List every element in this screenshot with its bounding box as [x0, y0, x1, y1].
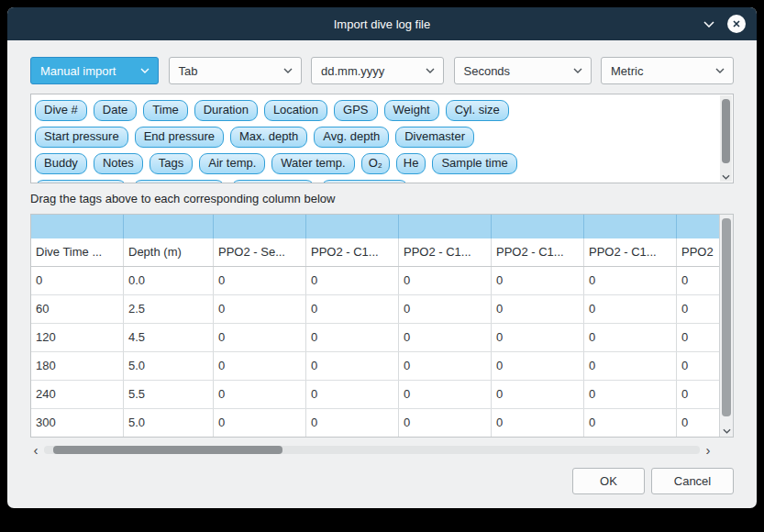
close-icon[interactable]	[727, 15, 746, 33]
scrollbar-handle[interactable]	[53, 446, 282, 454]
table-horizontal-scrollbar[interactable]: ‹ ›	[30, 443, 714, 457]
drag-tag[interactable]: Sample depth	[35, 180, 127, 183]
import-dialog: Import dive log file Manual import Tab d…	[7, 7, 757, 508]
drop-target-cell[interactable]	[306, 215, 399, 238]
field-separator-combo[interactable]: Tab	[169, 57, 302, 84]
table-cell: 0	[306, 295, 399, 323]
scrollbar-handle[interactable]	[722, 99, 730, 163]
table-cell: 0	[306, 267, 399, 294]
drag-tag[interactable]: Sample time	[432, 153, 516, 174]
ok-button[interactable]: OK	[572, 468, 645, 494]
drag-tag[interactable]: End pressure	[135, 127, 224, 148]
drop-target-cell[interactable]	[677, 215, 720, 238]
drag-tag[interactable]: Date	[94, 100, 137, 121]
instruction-text: Drag the tags above to each correspondin…	[30, 192, 734, 206]
drag-tag[interactable]: Max. depth	[230, 127, 307, 148]
column-header: PPO2 - C1...	[584, 238, 677, 266]
combo-value: Seconds	[464, 64, 511, 78]
drag-tag[interactable]: O₂	[361, 153, 390, 174]
table-cell: 0	[306, 381, 399, 408]
drop-target-cell[interactable]	[214, 215, 306, 238]
table-cell: 0	[677, 267, 720, 294]
drag-tag[interactable]: Location	[264, 100, 327, 121]
table-row: 0 0.0 0 0 0 0 0 0	[31, 267, 720, 295]
drag-tag[interactable]: Duration	[194, 100, 258, 121]
table-header-row: Dive Time ... Depth (m) PPO2 - Se... PPO…	[31, 238, 720, 267]
drag-tag[interactable]: Cyl. size	[446, 100, 509, 121]
table-cell: 0	[31, 267, 124, 294]
drag-tag[interactable]: Tags	[149, 153, 193, 174]
table-cell: 0	[399, 267, 492, 294]
scroll-right-icon[interactable]: ›	[703, 444, 714, 457]
hscroll-track[interactable]	[44, 446, 700, 454]
table-cell: 0	[214, 381, 306, 408]
drop-target-cell[interactable]	[584, 215, 677, 238]
units-combo[interactable]: Metric	[601, 57, 734, 84]
table-cell: 2.5	[124, 295, 214, 323]
drop-target-cell[interactable]	[399, 215, 492, 238]
drag-tag[interactable]: Sample temp.	[133, 180, 225, 183]
drag-tag[interactable]: Buddy	[35, 153, 87, 174]
combo-value: Metric	[611, 64, 643, 78]
column-header: PPO2 - C1...	[399, 238, 492, 266]
drag-tag[interactable]: Time	[143, 100, 187, 121]
drop-target-cell[interactable]	[492, 215, 584, 238]
duration-format-combo[interactable]: Seconds	[454, 57, 592, 84]
tag-row: Buddy Notes Tags Air temp. Water temp. O…	[35, 153, 713, 174]
table-cell: 0	[584, 324, 677, 351]
scrollbar-handle[interactable]	[722, 218, 731, 416]
table-row: 300 5.0 0 0 0 0 0 0	[31, 409, 720, 437]
scroll-down-icon[interactable]	[720, 174, 732, 180]
table-cell: 0	[584, 352, 677, 380]
drag-tag[interactable]: Notes	[94, 153, 143, 174]
scroll-down-icon[interactable]	[720, 428, 733, 434]
table-cell: 5.0	[124, 409, 214, 437]
drag-tag[interactable]: Dive #	[35, 100, 87, 121]
column-header: PPO2 - C1...	[492, 238, 584, 266]
chevron-down-icon	[426, 68, 435, 73]
drag-tag[interactable]: Weight	[384, 100, 439, 121]
tag-pool-scrollbar[interactable]	[720, 95, 732, 182]
drop-target-cell[interactable]	[31, 215, 124, 238]
table-cell: 0	[492, 324, 584, 351]
drop-target-cell[interactable]	[124, 215, 214, 238]
combo-value: Manual import	[40, 64, 116, 78]
drag-tag[interactable]: Avg. depth	[314, 127, 389, 148]
drag-tag[interactable]: Start pressure	[35, 127, 128, 148]
table-cell: 0	[306, 324, 399, 351]
table-cell: 0	[677, 295, 720, 323]
tag-row: Dive # Date Time Duration Location GPS W…	[35, 100, 713, 121]
column-header: PPO2	[677, 238, 720, 266]
table-cell: 0	[492, 267, 584, 294]
table-cell: 4.5	[124, 324, 214, 351]
titlebar-menu-chevron-icon[interactable]	[703, 21, 714, 28]
date-format-combo[interactable]: dd.mm.yyyy	[311, 57, 444, 84]
cancel-button[interactable]: Cancel	[651, 468, 734, 494]
table-row: 180 5.0 0 0 0 0 0 0	[31, 352, 720, 381]
import-type-combo[interactable]: Manual import	[30, 57, 159, 84]
table-cell: 0	[492, 295, 584, 323]
drag-tag[interactable]: Sample pO₂	[231, 180, 314, 183]
drag-tag[interactable]: GPS	[334, 100, 377, 121]
table-cell: 0	[584, 409, 677, 437]
table-cell: 0	[677, 324, 720, 351]
combo-value: dd.mm.yyyy	[321, 64, 384, 78]
import-options-row: Manual import Tab dd.mm.yyyy Seconds Met…	[30, 57, 734, 84]
dialog-content: Manual import Tab dd.mm.yyyy Seconds Met…	[7, 40, 757, 494]
table-cell: 0	[399, 352, 492, 380]
scroll-left-icon[interactable]: ‹	[30, 444, 41, 457]
drag-tag[interactable]: Air temp.	[199, 153, 265, 174]
table-cell: 0	[214, 409, 306, 437]
import-preview-table: Dive Time ... Depth (m) PPO2 - Se... PPO…	[30, 214, 734, 438]
chevron-down-icon	[140, 68, 149, 73]
drop-target-row	[31, 215, 720, 238]
drag-tag[interactable]: Water temp.	[271, 153, 354, 174]
drag-tag[interactable]: Sample CNS	[321, 180, 408, 183]
table-cell: 0	[306, 409, 399, 437]
table-cell: 0	[584, 267, 677, 294]
drag-tag[interactable]: He	[396, 153, 426, 174]
table-vertical-scrollbar[interactable]	[719, 215, 733, 437]
column-header: PPO2 - C1...	[306, 238, 399, 266]
drag-tag[interactable]: Divemaster	[395, 127, 474, 148]
table-cell: 0	[214, 352, 306, 380]
